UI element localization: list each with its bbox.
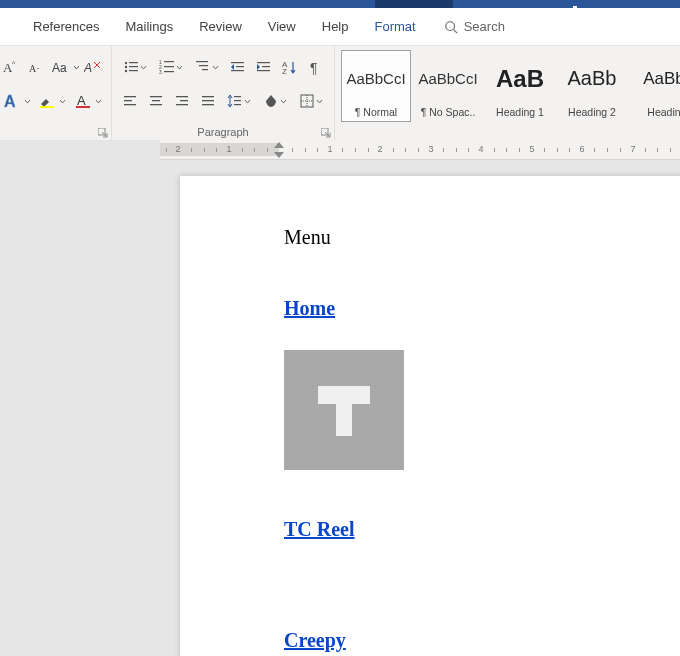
grow-font-button[interactable]: A^ [0,55,24,79]
style-preview: AaBb [630,51,680,106]
svg-text:¶: ¶ [310,60,318,75]
tab-view[interactable]: View [255,8,309,46]
shrink-font-button[interactable]: Aˇ [26,55,50,79]
svg-rect-11 [76,106,90,108]
tab-format[interactable]: Format [362,8,429,46]
align-center-button[interactable] [144,89,168,113]
svg-rect-14 [129,62,138,63]
ruler-number: 2 [377,144,382,154]
tab-references[interactable]: References [20,8,112,46]
horizontal-ruler[interactable]: 2112345678 [160,140,680,160]
bullets-button[interactable] [118,55,152,79]
tab-mailings[interactable]: Mailings [112,8,186,46]
ruler-number: 3 [428,144,433,154]
svg-rect-29 [236,66,244,67]
text-effects-button[interactable]: A [0,89,34,113]
style-label: ¶ No Spac.. [414,106,482,118]
clear-formatting-button[interactable]: A [81,55,105,79]
numbering-button[interactable]: 123 [154,55,188,79]
svg-rect-37 [124,96,136,97]
svg-rect-42 [150,104,162,105]
tab-review[interactable]: Review [186,8,255,46]
ribbon-group-styles: AaBbCcI¶ NormalAaBbCcI¶ No Spac..AaBHead… [335,46,680,140]
decrease-indent-button[interactable] [226,55,250,79]
svg-rect-31 [257,62,270,63]
ruler-number: 1 [226,144,231,154]
svg-point-17 [125,70,127,72]
svg-text:3: 3 [159,69,162,75]
svg-rect-41 [152,100,160,101]
svg-rect-16 [129,66,138,67]
svg-rect-45 [176,104,188,105]
line-spacing-button[interactable] [222,89,256,113]
svg-text:A: A [84,61,92,75]
svg-text:ˇ: ˇ [37,67,40,74]
svg-rect-20 [164,61,174,62]
document-page[interactable]: Menu Home TC Reel Creepy [180,176,680,656]
ruler-number: 5 [529,144,534,154]
svg-rect-44 [180,100,188,101]
style-tile-normal[interactable]: AaBbCcI¶ Normal [341,50,411,122]
style-tile-headin[interactable]: AaBbHeadin [629,50,680,122]
svg-rect-43 [176,96,188,97]
tab-help[interactable]: Help [309,8,362,46]
search-label: Search [464,19,505,34]
increase-indent-button[interactable] [252,55,276,79]
ribbon-tabs: References Mailings Review View Help For… [0,8,680,46]
sort-button[interactable]: AZ [278,55,302,79]
align-left-button[interactable] [118,89,142,113]
highlight-button[interactable] [36,89,70,113]
svg-rect-33 [257,70,270,71]
borders-button[interactable] [294,89,328,113]
svg-rect-28 [231,62,244,63]
style-label: Heading 1 [486,106,554,118]
style-label: Headin [630,106,680,118]
search-box[interactable]: Search [444,19,505,34]
svg-text:^: ^ [12,60,16,67]
ruler-number: 7 [630,144,635,154]
svg-line-1 [453,29,457,33]
font-group-launcher[interactable] [98,127,108,137]
style-preview: AaB [486,51,554,106]
svg-rect-38 [124,100,132,101]
style-tile-heading2[interactable]: AaBbHeading 2 [557,50,627,122]
svg-point-13 [125,62,127,64]
ribbon: A^ Aˇ Aa A A A 123 AZ ¶ [0,46,680,140]
titlebar-active-tab-region [375,0,453,8]
ruler-number: 2 [175,144,180,154]
ribbon-group-paragraph: 123 AZ ¶ Paragraph [112,46,335,140]
style-preview: AaBbCcI [414,51,482,106]
font-color-button[interactable]: A [71,89,105,113]
svg-rect-51 [234,104,241,105]
doc-link-creepy[interactable]: Creepy [284,629,680,652]
multilevel-list-button[interactable] [190,55,224,79]
workspace: 2112345678 Menu Home TC Reel Creepy [0,140,680,656]
style-preview: AaBb [558,51,626,106]
svg-rect-49 [234,96,241,97]
style-label: Heading 2 [558,106,626,118]
align-right-button[interactable] [170,89,194,113]
doc-text-menu[interactable]: Menu [284,226,680,249]
paragraph-group-launcher[interactable] [321,127,331,137]
doc-link-home[interactable]: Home [284,297,680,320]
style-tile-heading1[interactable]: AaBHeading 1 [485,50,555,122]
paragraph-group-label: Paragraph [112,126,334,138]
doc-image-placeholder[interactable] [284,350,404,470]
first-line-indent-marker[interactable] [274,142,284,148]
show-paragraph-marks-button[interactable]: ¶ [304,55,328,79]
doc-link-tcreel[interactable]: TC Reel [284,518,680,541]
svg-rect-26 [199,65,208,66]
ruler-number: 4 [478,144,483,154]
svg-rect-46 [202,96,214,97]
change-case-button[interactable]: Aa [52,55,79,79]
svg-point-0 [445,21,454,30]
svg-rect-39 [124,104,136,105]
svg-rect-18 [129,70,138,71]
shading-button[interactable] [258,89,292,113]
svg-rect-40 [150,96,162,97]
hanging-indent-marker[interactable] [274,152,284,158]
svg-text:Z: Z [282,67,287,75]
ribbon-group-font: A^ Aˇ Aa A A A [0,46,112,140]
style-tile-nospac[interactable]: AaBbCcI¶ No Spac.. [413,50,483,122]
justify-button[interactable] [196,89,220,113]
